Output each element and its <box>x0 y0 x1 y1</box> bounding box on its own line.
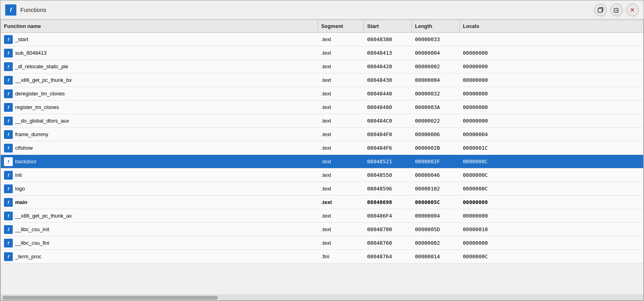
table-row[interactable]: flogo.text08048596000001020000000C <box>1 182 643 196</box>
cell-locals: 0000000C <box>460 172 643 178</box>
table-row[interactable]: f_term_proc.fini08048764000000140000000C <box>1 250 643 263</box>
function-icon: f <box>4 49 13 57</box>
table-row[interactable]: f__x86_get_pc_thunk_bx.text0804843000000… <box>1 73 643 87</box>
svg-rect-0 <box>598 8 602 12</box>
titlebar: f Functions ✕ <box>0 0 644 20</box>
header-segment: Segment <box>318 20 364 32</box>
table-row[interactable]: fbackdoor.text080485210000002F0000000C <box>1 155 643 168</box>
cell-fn-name: fctfshow <box>1 144 318 152</box>
cell-segment: .text <box>318 118 364 124</box>
table-row[interactable]: f__libc_csu_fini.text0804876000000002000… <box>1 236 643 250</box>
cell-length: 00000014 <box>412 253 460 259</box>
table-row[interactable]: fmain.text080486980000005C00000008 <box>1 196 643 209</box>
cell-locals: 00000000 <box>460 91 643 97</box>
function-icon: f <box>4 225 13 234</box>
cell-locals: 00000000 <box>460 104 643 110</box>
cell-length: 00000004 <box>412 213 460 219</box>
cell-locals: 00000000 <box>460 118 643 124</box>
cell-locals: 00000000 <box>460 77 643 83</box>
window-icon: f <box>5 4 16 16</box>
cell-length: 0000005C <box>412 199 460 205</box>
cell-start: 08048764 <box>364 253 412 259</box>
header-fn-name: Function name <box>1 20 318 32</box>
cell-locals: 0000000C <box>460 186 643 192</box>
close-button[interactable]: ✕ <box>626 4 639 16</box>
cell-fn-name: f__libc_csu_init <box>1 225 318 234</box>
table-row[interactable]: f__libc_csu_init.text080487000000005D000… <box>1 223 643 236</box>
cell-segment: .text <box>318 131 364 137</box>
table-body[interactable]: f_start.text0804838000000033fsub_8048413… <box>1 33 643 295</box>
cell-start: 08048480 <box>364 104 412 110</box>
cell-start: 08048440 <box>364 91 412 97</box>
cell-locals: 00000000 <box>460 63 643 69</box>
cell-fn-name: fderegister_tm_clones <box>1 89 318 98</box>
cell-segment: .text <box>318 63 364 69</box>
function-icon: f <box>4 130 13 139</box>
functions-table: Function name Segment Start Length Local… <box>0 20 644 301</box>
function-icon: f <box>4 76 13 85</box>
function-icon: f <box>4 144 13 152</box>
table-row[interactable]: fframe_dummy.text080484F0000000060000000… <box>1 128 643 141</box>
header-locals: Locals <box>460 20 643 32</box>
cell-segment: .text <box>318 50 364 56</box>
function-icon: f <box>4 212 13 220</box>
cell-segment: .text <box>318 77 364 83</box>
table-row[interactable]: f_start.text0804838000000033 <box>1 33 643 46</box>
cell-locals: 00000000 <box>460 213 643 219</box>
cell-locals: 00000008 <box>460 199 643 205</box>
cell-length: 0000003A <box>412 104 460 110</box>
table-row[interactable]: fctfshow.text080484F60000002B0000001C <box>1 141 643 155</box>
cell-start: 08048521 <box>364 158 412 164</box>
cell-start: 080484F0 <box>364 131 412 137</box>
cell-fn-name: f_start <box>1 35 318 44</box>
minimize-button[interactable] <box>610 4 623 16</box>
cell-start: 080484F6 <box>364 145 412 151</box>
table-row[interactable]: f__do_global_dtors_aux.text080484C000000… <box>1 114 643 128</box>
function-icon: f <box>4 157 13 166</box>
cell-fn-name: fmain <box>1 198 318 207</box>
cell-locals: 0000000C <box>460 158 643 164</box>
cell-segment: .text <box>318 199 364 205</box>
table-row[interactable]: f__x86_get_pc_thunk_ax.text080486F400000… <box>1 209 643 223</box>
table-row[interactable]: finit.text08048550000000460000000C <box>1 168 643 182</box>
cell-length: 00000004 <box>412 50 460 56</box>
function-icon: f <box>4 239 13 248</box>
cell-start: 08048698 <box>364 199 412 205</box>
cell-start: 08048700 <box>364 226 412 232</box>
cell-locals: 0000001C <box>460 145 643 151</box>
window-title: Functions <box>20 6 594 13</box>
table-row[interactable]: fsub_8048413.text08048413000000040000000… <box>1 46 643 60</box>
cell-length: 00000046 <box>412 172 460 178</box>
restore-button[interactable] <box>594 4 607 16</box>
header-start: Start <box>364 20 412 32</box>
cell-start: 08048420 <box>364 63 412 69</box>
table-row[interactable]: fregister_tm_clones.text080484800000003A… <box>1 101 643 114</box>
cell-fn-name: f__x86_get_pc_thunk_bx <box>1 76 318 85</box>
cell-length: 00000002 <box>412 240 460 246</box>
cell-segment: .text <box>318 36 364 42</box>
cell-locals: 00000000 <box>460 240 643 246</box>
cell-fn-name: f_dl_relocate_static_pie <box>1 62 318 71</box>
cell-segment: .fini <box>318 253 364 259</box>
cell-segment: .text <box>318 145 364 151</box>
scrollbar-thumb[interactable] <box>2 296 218 300</box>
cell-segment: .text <box>318 172 364 178</box>
table-header: Function name Segment Start Length Local… <box>1 20 643 33</box>
cell-start: 080486F4 <box>364 213 412 219</box>
titlebar-controls: ✕ <box>594 4 639 16</box>
cell-length: 00000033 <box>412 36 460 42</box>
function-icon: f <box>4 252 13 261</box>
cell-fn-name: f__x86_get_pc_thunk_ax <box>1 212 318 220</box>
horizontal-scrollbar[interactable] <box>1 295 643 300</box>
function-icon: f <box>4 198 13 207</box>
cell-length: 00000022 <box>412 118 460 124</box>
cell-length: 00000004 <box>412 77 460 83</box>
cell-start: 08048413 <box>364 50 412 56</box>
function-icon: f <box>4 117 13 125</box>
cell-start: 08048430 <box>364 77 412 83</box>
table-row[interactable]: fderegister_tm_clones.text08048440000000… <box>1 87 643 101</box>
cell-fn-name: fframe_dummy <box>1 130 318 139</box>
cell-locals: 00000010 <box>460 226 643 232</box>
function-icon: f <box>4 171 13 180</box>
table-row[interactable]: f_dl_relocate_static_pie.text08048420000… <box>1 60 643 73</box>
